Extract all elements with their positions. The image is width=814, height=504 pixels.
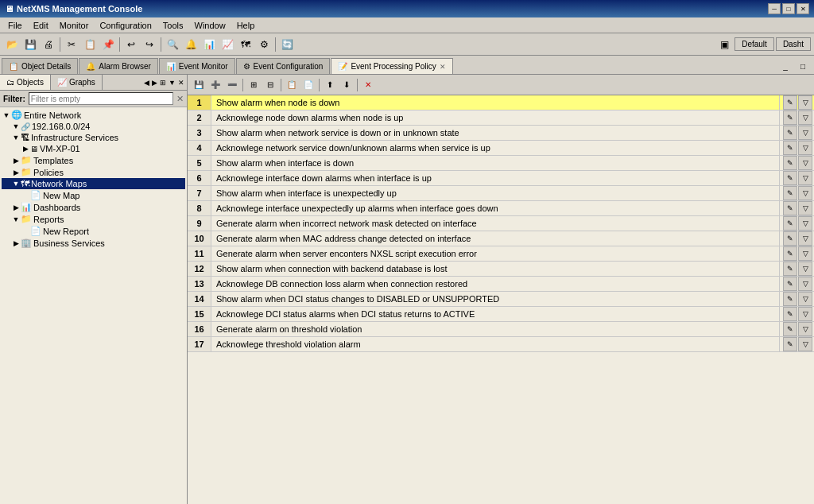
- tab-event-configuration[interactable]: ⚙ Event Configuration: [236, 58, 331, 74]
- move-up-button[interactable]: ⬆: [322, 77, 338, 93]
- tree-item-entire-network[interactable]: ▼ 🌐 Entire Network: [2, 109, 185, 121]
- rule-edit-button[interactable]: ✎: [783, 126, 797, 140]
- rule-toggle-button[interactable]: ▽: [798, 307, 812, 321]
- panel-tab-objects[interactable]: 🗂 Objects: [0, 75, 51, 90]
- rule-toggle-button[interactable]: ▽: [798, 95, 812, 110]
- rule-edit-button[interactable]: ✎: [783, 246, 797, 261]
- tab-minimize-icon[interactable]: _: [777, 58, 793, 74]
- rule-edit-button[interactable]: ✎: [783, 277, 797, 291]
- toolbar-btn-3[interactable]: 🖨: [40, 36, 57, 53]
- menu-tools[interactable]: Tools: [158, 19, 188, 32]
- rule-toggle-button[interactable]: ▽: [798, 186, 812, 200]
- rule-edit-button[interactable]: ✎: [783, 262, 797, 276]
- menu-file[interactable]: File: [3, 19, 27, 32]
- toolbar-btn-9[interactable]: 🔍: [164, 36, 181, 53]
- expand-icon-vm[interactable]: ▶: [21, 145, 30, 153]
- toolbar-btn-5[interactable]: 📋: [81, 36, 99, 53]
- rule-row[interactable]: 10Generate alarm when MAC address change…: [188, 231, 814, 246]
- expand-icon-subnet[interactable]: ▼: [11, 122, 21, 130]
- rule-toggle-button[interactable]: ▽: [798, 231, 812, 246]
- menu-window[interactable]: Window: [190, 19, 231, 32]
- rule-row[interactable]: 12Show alarm when connection with backen…: [188, 262, 814, 277]
- rule-edit-button[interactable]: ✎: [783, 186, 797, 200]
- view-cols-button[interactable]: ⊟: [262, 77, 278, 93]
- rule-row[interactable]: 8Acknowlege interface unexpectedly up al…: [188, 201, 814, 216]
- minimize-button[interactable]: ─: [768, 3, 781, 14]
- tab-maximize-icon[interactable]: □: [795, 58, 811, 74]
- rule-toggle-button[interactable]: ▽: [798, 322, 812, 336]
- rule-toggle-button[interactable]: ▽: [798, 262, 812, 276]
- rule-edit-button[interactable]: ✎: [783, 110, 797, 125]
- rule-edit-button[interactable]: ✎: [783, 171, 797, 185]
- tab-object-details[interactable]: 📋 Object Details: [2, 58, 78, 74]
- copy-rule-button[interactable]: 📋: [284, 77, 300, 93]
- toolbar-btn-12[interactable]: 📈: [219, 36, 236, 53]
- rule-row[interactable]: 5Show alarm when interface is down✎▽: [188, 156, 814, 171]
- panel-layout-icon[interactable]: ⊞: [159, 78, 167, 87]
- expand-icon-reports[interactable]: ▼: [11, 215, 21, 223]
- expand-icon-new-report[interactable]: [21, 227, 30, 235]
- panel-close-icon[interactable]: ✕: [177, 78, 185, 87]
- tab-alarm-browser[interactable]: 🔔 Alarm Browser: [79, 58, 158, 74]
- panel-tab-graphs[interactable]: 📈 Graphs: [51, 75, 103, 90]
- rule-row[interactable]: 13Acknowlege DB connection loss alarm wh…: [188, 277, 814, 292]
- tree-item-policies[interactable]: ▶ 📁 Policies: [2, 166, 185, 178]
- add-rule-button[interactable]: ➕: [207, 77, 223, 93]
- rule-edit-button[interactable]: ✎: [783, 95, 797, 110]
- rule-edit-button[interactable]: ✎: [783, 322, 797, 336]
- layout-btn-1[interactable]: ▣: [715, 36, 733, 53]
- rule-edit-button[interactable]: ✎: [783, 141, 797, 155]
- tab-event-monitor[interactable]: 📊 Event Monitor: [159, 58, 235, 74]
- toolbar-btn-11[interactable]: 📊: [200, 36, 218, 53]
- tab-event-processing-policy[interactable]: 📝 Event Processing Policy ✕: [331, 58, 452, 74]
- rule-toggle-button[interactable]: ▽: [798, 277, 812, 291]
- tree-item-reports[interactable]: ▼ 📁 Reports: [2, 213, 185, 225]
- tree-item-vm-xp[interactable]: ▶ 🖥 VM-XP-01: [2, 143, 185, 154]
- rule-row[interactable]: 17Acknowlege threshold violation alarm✎▽: [188, 337, 814, 352]
- tree-item-business-services[interactable]: ▶ 🏢 Business Services: [2, 237, 185, 249]
- rule-row[interactable]: 14Show alarm when DCI status changes to …: [188, 292, 814, 307]
- expand-icon-templates[interactable]: ▶: [11, 157, 21, 165]
- toolbar-btn-15[interactable]: 🔄: [278, 36, 296, 53]
- rule-toggle-button[interactable]: ▽: [798, 141, 812, 155]
- rule-edit-button[interactable]: ✎: [783, 337, 797, 351]
- default-view-button[interactable]: Default: [735, 37, 774, 51]
- paste-rule-button[interactable]: 📄: [300, 77, 316, 93]
- filter-clear-icon[interactable]: ✕: [176, 94, 184, 104]
- toolbar-btn-7[interactable]: ↩: [122, 36, 140, 53]
- tree-item-new-report[interactable]: 📄 New Report: [2, 225, 185, 237]
- rule-row[interactable]: 7Show alarm when interface is unexpected…: [188, 186, 814, 201]
- expand-icon-business-services[interactable]: ▶: [11, 239, 21, 247]
- rule-edit-button[interactable]: ✎: [783, 307, 797, 321]
- rule-toggle-button[interactable]: ▽: [798, 110, 812, 125]
- panel-nav-forward[interactable]: ▶: [151, 78, 158, 87]
- rule-toggle-button[interactable]: ▽: [798, 171, 812, 185]
- view-grid-button[interactable]: ⊞: [246, 77, 262, 93]
- rule-toggle-button[interactable]: ▽: [798, 156, 812, 170]
- rule-toggle-button[interactable]: ▽: [798, 292, 812, 306]
- save-policy-button[interactable]: 💾: [191, 77, 207, 93]
- rule-row[interactable]: 2Acknowlege node down alarms when node i…: [188, 110, 814, 126]
- rule-toggle-button[interactable]: ▽: [798, 201, 812, 215]
- dasht-view-button[interactable]: Dasht: [776, 37, 811, 51]
- tree-item-network-maps[interactable]: ▼ 🗺 Network Maps: [2, 178, 185, 189]
- menu-configuration[interactable]: Configuration: [95, 19, 156, 32]
- toolbar-btn-13[interactable]: 🗺: [237, 36, 254, 53]
- expand-icon-infra[interactable]: ▼: [11, 134, 21, 142]
- delete-red-button[interactable]: ✕: [360, 77, 376, 93]
- toolbar-btn-6[interactable]: 📌: [99, 36, 117, 53]
- tree-item-subnet[interactable]: ▼ 🔗 192.168.0.0/24: [2, 121, 185, 132]
- toolbar-btn-2[interactable]: 💾: [21, 36, 39, 53]
- filter-input[interactable]: [29, 92, 173, 105]
- toolbar-btn-4[interactable]: ✂: [63, 36, 80, 53]
- rule-row[interactable]: 16Generate alarm on threshold violation✎…: [188, 322, 814, 337]
- rule-edit-button[interactable]: ✎: [783, 156, 797, 170]
- tree-item-new-map[interactable]: 📄 New Map: [2, 189, 185, 201]
- delete-rule-button[interactable]: ➖: [224, 77, 240, 93]
- tree-item-dashboards[interactable]: ▶ 📊 Dashboards: [2, 201, 185, 213]
- rule-row[interactable]: 15Acknowlege DCI status alarms when DCI …: [188, 307, 814, 322]
- expand-icon-dashboards[interactable]: ▶: [11, 204, 21, 211]
- rule-row[interactable]: 9Generate alarm when incorrect network m…: [188, 216, 814, 231]
- menu-edit[interactable]: Edit: [29, 19, 53, 32]
- menu-help[interactable]: Help: [232, 19, 260, 32]
